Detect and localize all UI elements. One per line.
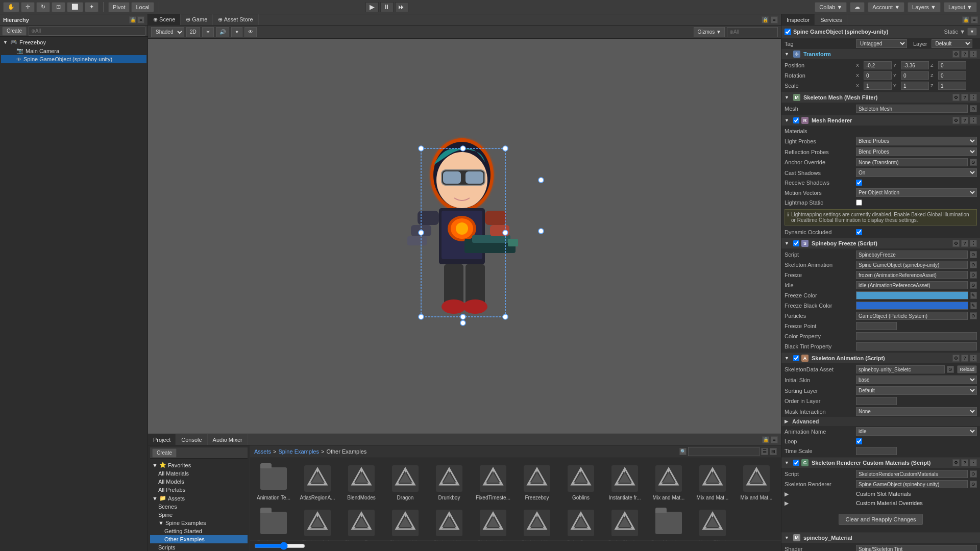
assets-group[interactable]: ▼ 📁 Assets	[150, 494, 248, 503]
sf-enabled-checkbox[interactable]	[793, 240, 799, 246]
sf-black-tint-input[interactable]: _Black	[856, 342, 977, 350]
asset-item[interactable]: AtlasRegionA...	[297, 461, 338, 503]
2d-btn[interactable]: 2D	[186, 27, 200, 37]
asset-item[interactable]: Goblins	[560, 461, 601, 503]
pos-y-input[interactable]	[901, 61, 929, 69]
static-dropdown-btn[interactable]: ▼	[967, 28, 977, 36]
scene-menu-btn[interactable]: ≡	[771, 16, 778, 23]
asset-item[interactable]: SpineGauge	[560, 506, 601, 540]
advanced-header[interactable]: ▶ Advanced	[781, 417, 980, 426]
scale-tool-btn[interactable]: ⊡	[52, 2, 65, 12]
hand-tool-btn[interactable]: ✋	[3, 2, 19, 12]
sa-anim-name-select[interactable]: idle	[856, 427, 977, 436]
fx-btn[interactable]: ✦	[231, 27, 242, 37]
project-tab[interactable]: Project	[148, 434, 176, 445]
sf-particles-ref[interactable]: GameObject (Particle System)	[856, 312, 968, 320]
src-script-pick-btn[interactable]: ⊙	[970, 470, 977, 478]
view-mode-dropdown[interactable]: Shaded	[151, 27, 184, 37]
asset-item[interactable]: BlendModes	[341, 461, 382, 503]
asset-item[interactable]: FixedTimeste...	[473, 461, 513, 503]
step-btn[interactable]: ⏭	[395, 2, 408, 12]
sa-skeldata-pick-btn[interactable]: ⊙	[947, 366, 954, 373]
sa-sorting-layer-select[interactable]: Default	[856, 386, 977, 395]
spine-item[interactable]: Spine	[150, 511, 248, 519]
hierarchy-create-btn[interactable]: Create	[2, 27, 27, 36]
cloud-btn[interactable]: ☁	[850, 2, 865, 12]
asset-item[interactable]: Per Instance...	[253, 506, 294, 540]
sa-order-input[interactable]: 0	[856, 397, 897, 405]
transform-info-btn[interactable]: ?	[961, 51, 968, 58]
asset-item[interactable]: StateMachine...	[648, 506, 689, 540]
asset-item[interactable]: Sprite Shaders	[604, 506, 645, 540]
sf-fbc-edit-btn[interactable]: ✎	[970, 302, 977, 309]
sa-dots-btn[interactable]: ⋮	[970, 355, 977, 362]
src-dots-btn[interactable]: ⋮	[970, 459, 977, 466]
dynamic-occluded-checkbox[interactable]	[856, 229, 862, 235]
mesh-pick-btn[interactable]: ⊙	[970, 105, 977, 112]
sa-info-btn[interactable]: ?	[961, 355, 968, 362]
scene-tab[interactable]: ⊕ Scene	[148, 14, 181, 25]
src-script-ref[interactable]: SkeletonRendererCustomMaterials	[856, 470, 968, 478]
rot-x-input[interactable]	[864, 71, 892, 80]
rot-y-input[interactable]	[901, 71, 929, 80]
asset-item[interactable]: VertexEffect	[692, 506, 733, 540]
all-models-item[interactable]: All Models	[150, 478, 248, 486]
cast-shadows-select[interactable]: On	[856, 168, 977, 177]
spineboy-freeze-header[interactable]: ▼ S Spineboy Freeze (Script) ⚙ ? ⋮	[781, 238, 980, 248]
mesh-renderer-header[interactable]: ▼ R Mesh Renderer ⚙ ? ⋮	[781, 115, 980, 126]
mr-settings-btn[interactable]: ⚙	[952, 117, 960, 124]
src-info-btn[interactable]: ?	[961, 459, 968, 466]
transform-dots-btn[interactable]: ⋮	[970, 51, 977, 58]
skeleton-animation-header[interactable]: ▼ A Skeleton Animation (Script) ⚙ ? ⋮	[781, 353, 980, 363]
sa-initial-skin-select[interactable]: base	[856, 375, 977, 384]
lighting-btn[interactable]: ☀	[202, 27, 214, 37]
asset-item[interactable]: Mix and Mat...	[692, 461, 733, 503]
bottom-menu-btn[interactable]: ≡	[771, 436, 778, 443]
asset-item[interactable]: SkeletonUtil...	[517, 506, 557, 540]
asset-item[interactable]: SkeletonRen...	[341, 506, 382, 540]
sa-loop-checkbox[interactable]	[856, 438, 862, 444]
getting-started-item[interactable]: Getting Started	[150, 527, 248, 535]
mf-dots-btn[interactable]: ⋮	[970, 94, 977, 101]
scale-y-input[interactable]	[901, 82, 929, 90]
mr-enabled-checkbox[interactable]	[793, 117, 799, 123]
scale-z-input[interactable]	[938, 82, 966, 90]
src-header[interactable]: ▼ C Skeleton Renderer Custom Materials (…	[781, 458, 980, 468]
src-renderer-ref[interactable]: Spine GameObject (spineboy-unity)	[856, 480, 968, 488]
sa-settings-btn[interactable]: ⚙	[952, 355, 960, 362]
src-enabled-checkbox[interactable]	[793, 460, 799, 466]
hierarchy-lock-btn[interactable]: 🔒	[129, 16, 136, 23]
tree-item-spine-obj[interactable]: 👁 Spine GameObject (spineboy-unity)	[1, 55, 146, 63]
lightmap-static-checkbox[interactable]	[856, 199, 862, 206]
sa-reload-btn[interactable]: Reload	[957, 365, 977, 373]
transform-header[interactable]: ▼ ⊹ Transform ⚙ ? ⋮	[781, 49, 980, 59]
sf-idle-ref[interactable]: idle (AnimationReferenceAsset)	[856, 281, 968, 289]
game-tab[interactable]: ⊕ Game	[181, 14, 213, 25]
asset-item[interactable]: Mix and Mat...	[648, 461, 689, 503]
asset-size-slider[interactable]	[254, 542, 305, 550]
receive-shadows-checkbox[interactable]	[856, 180, 862, 186]
all-materials-item[interactable]: All Materials	[150, 469, 248, 478]
scene-lock-btn[interactable]: 🔒	[762, 16, 769, 23]
asset-filter-btn[interactable]: ☰	[761, 448, 768, 455]
mesh-filter-header[interactable]: ▼ M Skeleton Mesh (Mesh Filter) ⚙ ? ⋮	[781, 92, 980, 103]
services-tab[interactable]: Services	[815, 14, 847, 25]
asset-item[interactable]: SkeletonUtil...	[473, 506, 513, 540]
scripts-item[interactable]: Scripts	[150, 543, 248, 551]
sm-header[interactable]: ▼ M spineboy_Material	[781, 533, 980, 543]
asset-item[interactable]: Mix and Mat...	[736, 461, 777, 503]
sf-color-property-input[interactable]: _Color	[856, 332, 977, 340]
scene-search-input[interactable]	[727, 27, 778, 37]
sm-shader-ref[interactable]: Spine/Skeleton Tint	[856, 545, 977, 551]
account-btn[interactable]: Account ▼	[868, 2, 904, 12]
sf-freeze-point-input[interactable]: 0.15	[856, 322, 897, 330]
scale-x-input[interactable]	[864, 82, 892, 90]
favorites-group[interactable]: ▼ ⭐ Favorites	[150, 461, 248, 469]
rotate-tool-btn[interactable]: ↻	[36, 2, 50, 12]
sf-skeleton-anim-ref[interactable]: Spine GameObject (spineboy-unity)	[856, 261, 968, 269]
gizmos-btn[interactable]: Gizmos ▼	[694, 27, 725, 37]
asset-view-btn[interactable]: ⊞	[770, 448, 777, 455]
sa-mask-select[interactable]: None	[856, 407, 977, 416]
sa-skeldata-ref[interactable]: spineboy-unity_Skeletc	[856, 365, 945, 373]
sa-enabled-checkbox[interactable]	[793, 355, 799, 361]
